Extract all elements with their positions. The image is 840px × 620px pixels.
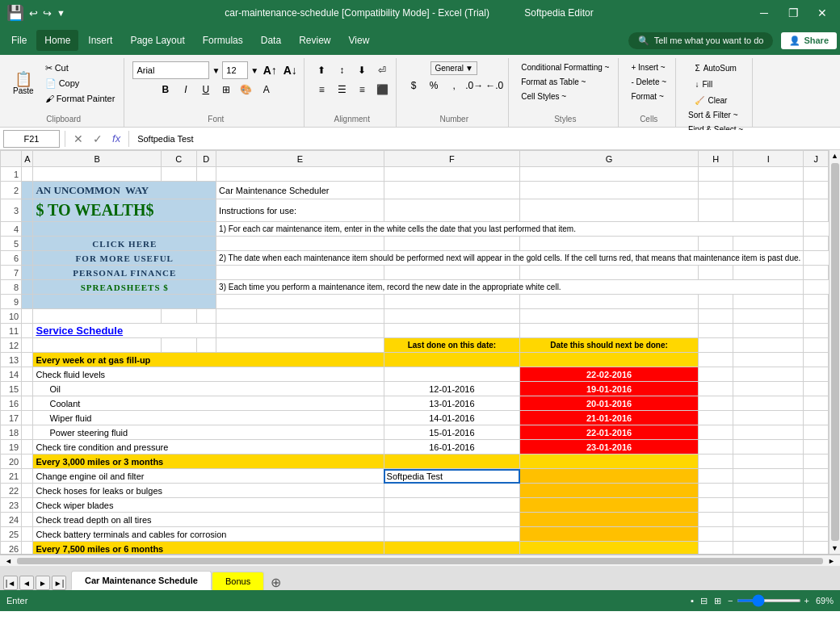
cell-j16[interactable] (804, 396, 829, 411)
cell-b20[interactable]: Every 3,000 miles or 3 months (33, 455, 384, 469)
quick-access-more[interactable]: ▼ (57, 8, 65, 18)
cell-j1[interactable] (804, 167, 829, 182)
cell-b23[interactable]: Check wiper blades (33, 498, 384, 513)
cell-g10[interactable] (520, 309, 699, 324)
percent-button[interactable]: % (425, 77, 443, 94)
cell-f2[interactable] (384, 182, 520, 199)
cell-g20[interactable] (520, 455, 699, 469)
sheet-nav-first[interactable]: |◄ (3, 576, 18, 590)
cell-e11[interactable] (216, 324, 384, 338)
cell-a24[interactable] (22, 513, 33, 527)
clear-button[interactable]: 🧹 Clear (690, 94, 732, 107)
cut-button[interactable]: ✂ Cut (41, 61, 120, 75)
cell-i26[interactable] (733, 542, 804, 555)
cell-i2[interactable] (733, 182, 804, 199)
menu-review[interactable]: Review (291, 30, 338, 51)
cell-i18[interactable] (733, 425, 804, 440)
scroll-thumb[interactable] (831, 163, 839, 541)
zoom-minus-icon[interactable]: − (728, 596, 733, 605)
cell-j21[interactable] (804, 469, 829, 484)
cell-i21[interactable] (733, 469, 804, 484)
cell-h15[interactable] (699, 382, 733, 396)
cell-b22[interactable]: Check hoses for leaks or bulges (33, 484, 384, 498)
close-button[interactable]: ✕ (811, 2, 834, 24)
share-button[interactable]: 👤 Share (781, 32, 837, 49)
cell-e5[interactable] (216, 237, 384, 251)
cell-a20[interactable] (22, 455, 33, 469)
cell-c12[interactable] (161, 338, 196, 353)
cell-i22[interactable] (733, 484, 804, 498)
cell-h13[interactable] (699, 353, 733, 367)
cell-f20[interactable] (384, 455, 520, 469)
cell-j13[interactable] (804, 353, 829, 367)
cell-b18[interactable]: Power steering fluid (33, 425, 384, 440)
autosum-button[interactable]: Σ AutoSum (690, 61, 741, 75)
cell-a12[interactable] (22, 338, 33, 353)
menu-insert[interactable]: Insert (80, 30, 120, 51)
cell-b25[interactable]: Check battery terminals and cables for c… (33, 527, 384, 542)
format-as-table-button[interactable]: Format as Table ~ (517, 76, 590, 88)
cell-g16[interactable]: 20-01-2016 (520, 396, 699, 411)
col-a[interactable]: A (22, 151, 33, 167)
fill-button[interactable]: ↓ Fill (690, 78, 717, 91)
cell-h24[interactable] (699, 513, 733, 527)
undo-icon[interactable]: ↩ (29, 7, 38, 19)
col-g[interactable]: G (520, 151, 699, 167)
insert-button[interactable]: + Insert ~ (627, 61, 669, 73)
cell-g12[interactable]: Date this should next be done: (520, 338, 699, 353)
cell-f26[interactable] (384, 542, 520, 555)
cell-i3[interactable] (733, 199, 804, 222)
cell-g5[interactable] (520, 237, 699, 251)
cell-g1[interactable] (520, 167, 699, 182)
cell-b21[interactable]: Change engine oil and filter (33, 469, 384, 484)
cell-h12[interactable] (699, 338, 733, 353)
restore-button[interactable]: ❐ (782, 2, 804, 24)
cell-f13[interactable] (384, 353, 520, 367)
cell-e3[interactable]: Instructions for use: (216, 199, 384, 222)
cell-d12[interactable] (196, 338, 216, 353)
cell-f1[interactable] (384, 167, 520, 182)
cell-a14[interactable] (22, 367, 33, 382)
align-top-button[interactable]: ⬆ (313, 61, 330, 79)
scroll-left-icon[interactable]: ◄ (3, 557, 14, 565)
align-left-button[interactable]: ≡ (313, 81, 330, 98)
increase-font-button[interactable]: A↑ (261, 61, 279, 79)
scroll-right-icon[interactable]: ► (826, 557, 837, 565)
cell-i10[interactable] (733, 309, 804, 324)
number-format-dropdown[interactable]: ▼ (465, 64, 473, 73)
col-c[interactable]: C (161, 151, 196, 167)
cell-h7[interactable] (699, 266, 733, 280)
cell-h26[interactable] (699, 542, 733, 555)
cell-i9[interactable] (733, 295, 804, 309)
cell-d1[interactable] (196, 167, 216, 182)
cell-b5[interactable]: CLICK HERE (33, 237, 216, 251)
merge-center-button[interactable]: ⬛ (373, 81, 391, 98)
cell-g3[interactable] (520, 199, 699, 222)
cell-f11[interactable] (384, 324, 520, 338)
underline-button[interactable]: U (197, 81, 215, 98)
decrease-font-button[interactable]: A↓ (281, 61, 299, 79)
col-f[interactable]: F (384, 151, 520, 167)
cell-e8[interactable]: 3) Each time you perform a maintenance i… (216, 280, 804, 295)
cell-j5[interactable] (804, 237, 829, 251)
zoom-plus-icon[interactable]: + (804, 596, 809, 605)
page-layout-icon[interactable]: ⊟ (700, 596, 708, 606)
cell-h18[interactable] (699, 425, 733, 440)
currency-button[interactable]: $ (405, 77, 422, 94)
cell-b11[interactable]: Service Schedule (33, 324, 216, 338)
cell-f25[interactable] (384, 527, 520, 542)
cell-j11[interactable] (804, 324, 829, 338)
cell-i20[interactable] (733, 455, 804, 469)
cell-a19[interactable] (22, 440, 33, 455)
cell-b26[interactable]: Every 7,500 miles or 6 months (33, 542, 384, 555)
h-scroll-thumb[interactable] (17, 558, 823, 564)
cell-d10[interactable] (196, 309, 216, 324)
cell-h19[interactable] (699, 440, 733, 455)
confirm-button[interactable]: ✓ (90, 132, 106, 145)
cell-j26[interactable] (804, 542, 829, 555)
cell-a21[interactable] (22, 469, 33, 484)
conditional-formatting-button[interactable]: Conditional Formatting ~ (517, 61, 613, 73)
cell-i1[interactable] (733, 167, 804, 182)
sheet-nav-last[interactable]: ►| (52, 576, 66, 590)
cell-a23[interactable] (22, 498, 33, 513)
